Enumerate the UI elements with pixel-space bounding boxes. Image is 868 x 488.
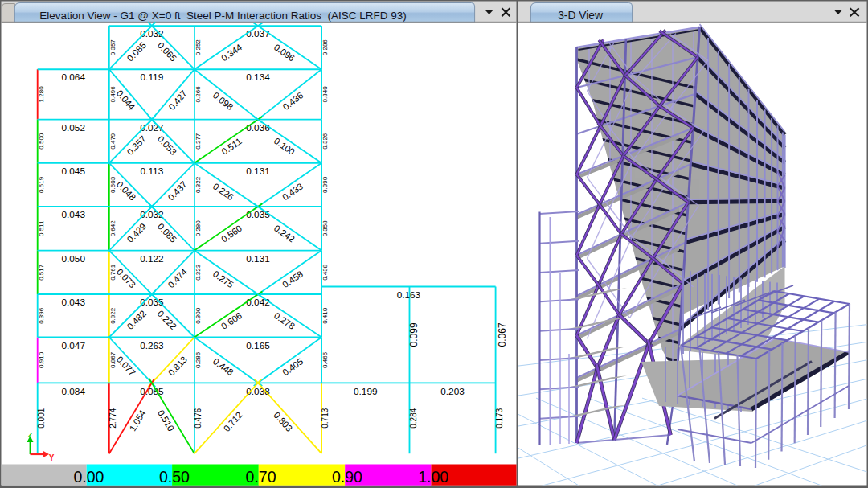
svg-text:0.052: 0.052 bbox=[61, 122, 85, 133]
svg-text:0.131: 0.131 bbox=[246, 253, 270, 265]
svg-text:0.390: 0.390 bbox=[321, 176, 329, 193]
svg-text:0.134: 0.134 bbox=[246, 72, 270, 83]
svg-text:0.358: 0.358 bbox=[321, 220, 329, 237]
svg-text:0.113: 0.113 bbox=[141, 166, 164, 177]
svg-text:0.203: 0.203 bbox=[440, 386, 465, 397]
svg-text:0.252: 0.252 bbox=[194, 39, 202, 56]
svg-text:0.050: 0.050 bbox=[61, 253, 85, 265]
svg-text:0.263: 0.263 bbox=[140, 340, 164, 351]
svg-text:0.035: 0.035 bbox=[246, 209, 270, 220]
svg-text:0.277: 0.277 bbox=[194, 133, 202, 150]
svg-text:0.085: 0.085 bbox=[140, 386, 164, 397]
svg-text:0.340: 0.340 bbox=[321, 86, 329, 103]
svg-text:0.165: 0.165 bbox=[246, 340, 270, 351]
svg-text:0.90: 0.90 bbox=[332, 468, 362, 486]
svg-text:0.519: 0.519 bbox=[38, 176, 45, 193]
svg-text:0.517: 0.517 bbox=[38, 264, 45, 281]
svg-text:0.00: 0.00 bbox=[74, 468, 104, 486]
svg-text:0.119: 0.119 bbox=[141, 72, 164, 83]
svg-text:0.284: 0.284 bbox=[409, 408, 418, 428]
svg-text:Y: Y bbox=[49, 453, 55, 462]
svg-text:0.099: 0.099 bbox=[408, 322, 420, 347]
svg-text:0.70: 0.70 bbox=[246, 468, 276, 486]
svg-text:0.199: 0.199 bbox=[354, 386, 378, 397]
svg-text:0.280: 0.280 bbox=[194, 220, 202, 237]
svg-text:0.479: 0.479 bbox=[109, 133, 117, 150]
svg-text:0.822: 0.822 bbox=[109, 307, 117, 324]
svg-text:0.50: 0.50 bbox=[159, 468, 190, 486]
svg-text:0.266: 0.266 bbox=[194, 86, 202, 103]
svg-text:0.173: 0.173 bbox=[495, 408, 504, 428]
svg-text:0.476: 0.476 bbox=[194, 408, 203, 428]
svg-text:0.163: 0.163 bbox=[397, 289, 421, 301]
svg-text:0.465: 0.465 bbox=[321, 351, 329, 368]
svg-text:0.036: 0.036 bbox=[246, 122, 270, 133]
svg-text:0.043: 0.043 bbox=[61, 297, 85, 308]
svg-text:0.410: 0.410 bbox=[321, 307, 329, 324]
svg-text:0.357: 0.357 bbox=[109, 39, 117, 56]
svg-text:Z: Z bbox=[28, 431, 33, 439]
svg-text:0.642: 0.642 bbox=[109, 220, 117, 237]
svg-text:0.438: 0.438 bbox=[321, 264, 329, 281]
svg-text:1.280: 1.280 bbox=[38, 86, 45, 103]
svg-text:0.500: 0.500 bbox=[38, 133, 45, 150]
svg-text:0.084: 0.084 bbox=[61, 386, 85, 397]
svg-text:0.300: 0.300 bbox=[194, 307, 202, 324]
svg-text:0.042: 0.042 bbox=[246, 297, 270, 308]
svg-text:0.122: 0.122 bbox=[140, 253, 164, 265]
svg-text:0.910: 0.910 bbox=[38, 351, 45, 368]
svg-text:0.067: 0.067 bbox=[497, 322, 508, 347]
svg-text:1.00: 1.00 bbox=[418, 468, 448, 486]
svg-text:0.131: 0.131 bbox=[246, 166, 270, 177]
svg-text:0.713: 0.713 bbox=[321, 408, 330, 428]
svg-text:0.322: 0.322 bbox=[194, 176, 202, 193]
svg-text:0.047: 0.047 bbox=[61, 340, 85, 351]
svg-text:Elevation View - G1 @ X=0 ft: Elevation View - G1 @ X=0 ft Steel P-M I… bbox=[39, 10, 407, 22]
svg-text:2.774: 2.774 bbox=[108, 408, 117, 428]
svg-text:3-D View: 3-D View bbox=[558, 10, 603, 22]
svg-text:0.286: 0.286 bbox=[194, 351, 202, 368]
svg-text:0.396: 0.396 bbox=[38, 307, 45, 324]
svg-text:0.037: 0.037 bbox=[246, 28, 270, 39]
svg-text:0.001: 0.001 bbox=[37, 408, 46, 428]
svg-text:0.286: 0.286 bbox=[321, 39, 329, 56]
svg-text:0.064: 0.064 bbox=[61, 72, 85, 83]
svg-text:0.043: 0.043 bbox=[61, 209, 85, 220]
svg-text:0.323: 0.323 bbox=[194, 264, 202, 281]
svg-text:0.045: 0.045 bbox=[61, 166, 85, 177]
svg-text:0.326: 0.326 bbox=[321, 133, 329, 150]
svg-text:0.511: 0.511 bbox=[38, 220, 45, 236]
